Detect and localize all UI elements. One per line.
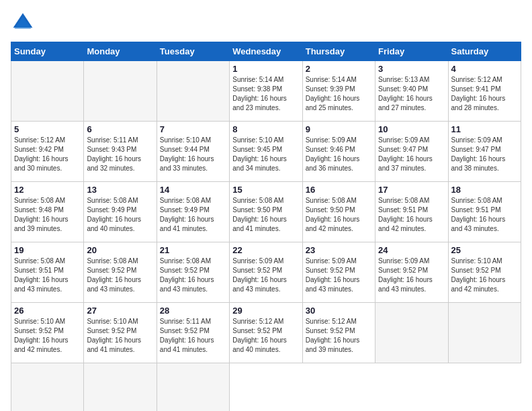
calendar-cell: 24 Sunrise: 5:09 AMSunset: 9:52 PMDaylig… <box>375 242 448 303</box>
calendar-cell <box>157 61 229 122</box>
day-number: 20 <box>87 245 153 255</box>
day-number: 18 <box>451 185 518 195</box>
calendar-cell: 12 Sunrise: 5:08 AMSunset: 9:48 PMDaylig… <box>11 182 84 242</box>
calendar-row: 19 Sunrise: 5:08 AMSunset: 9:51 PMDaylig… <box>11 242 521 303</box>
day-info: Sunrise: 5:11 AMSunset: 9:52 PMDaylight:… <box>160 318 214 353</box>
day-number: 26 <box>14 306 81 316</box>
day-info: Sunrise: 5:08 AMSunset: 9:51 PMDaylight:… <box>14 257 69 293</box>
calendar-cell <box>84 363 157 412</box>
calendar-row: 26 Sunrise: 5:10 AMSunset: 9:52 PMDaylig… <box>11 303 521 363</box>
calendar-body: 1 Sunrise: 5:14 AMSunset: 9:38 PMDayligh… <box>11 61 521 412</box>
day-info: Sunrise: 5:09 AMSunset: 9:52 PMDaylight:… <box>232 257 287 293</box>
day-number: 27 <box>87 306 153 316</box>
day-number: 1 <box>232 64 299 74</box>
day-info: Sunrise: 5:09 AMSunset: 9:47 PMDaylight:… <box>378 136 433 172</box>
day-number: 2 <box>306 64 372 74</box>
day-info: Sunrise: 5:08 AMSunset: 9:49 PMDaylight:… <box>87 197 141 232</box>
calendar-cell: 18 Sunrise: 5:08 AMSunset: 9:51 PMDaylig… <box>448 182 521 242</box>
calendar-cell: 15 Sunrise: 5:08 AMSunset: 9:50 PMDaylig… <box>230 182 302 242</box>
calendar-cell: 2 Sunrise: 5:14 AMSunset: 9:39 PMDayligh… <box>302 61 375 122</box>
day-info: Sunrise: 5:12 AMSunset: 9:42 PMDaylight:… <box>14 136 69 172</box>
calendar-cell: 10 Sunrise: 5:09 AMSunset: 9:47 PMDaylig… <box>375 122 448 182</box>
day-number: 19 <box>14 245 81 255</box>
day-info: Sunrise: 5:11 AMSunset: 9:43 PMDaylight:… <box>87 136 141 172</box>
day-number: 22 <box>232 245 299 255</box>
day-number: 30 <box>306 306 372 316</box>
calendar-cell: 20 Sunrise: 5:08 AMSunset: 9:52 PMDaylig… <box>84 242 157 303</box>
calendar-cell: 8 Sunrise: 5:10 AMSunset: 9:45 PMDayligh… <box>230 122 302 182</box>
calendar-cell: 21 Sunrise: 5:08 AMSunset: 9:52 PMDaylig… <box>157 242 229 303</box>
calendar-cell: 17 Sunrise: 5:08 AMSunset: 9:51 PMDaylig… <box>375 182 448 242</box>
day-info: Sunrise: 5:08 AMSunset: 9:49 PMDaylight:… <box>160 197 214 232</box>
day-number: 7 <box>160 124 226 134</box>
day-info: Sunrise: 5:14 AMSunset: 9:38 PMDaylight:… <box>232 76 287 111</box>
day-number: 8 <box>232 124 299 134</box>
day-number: 29 <box>232 306 299 316</box>
day-info: Sunrise: 5:14 AMSunset: 9:39 PMDaylight:… <box>306 76 360 111</box>
day-info: Sunrise: 5:12 AMSunset: 9:52 PMDaylight:… <box>306 318 360 353</box>
calendar-cell: 13 Sunrise: 5:08 AMSunset: 9:49 PMDaylig… <box>84 182 157 242</box>
weekday-header-row: SundayMondayTuesdayWednesdayThursdayFrid… <box>11 42 521 61</box>
calendar-row <box>11 363 521 412</box>
calendar-cell: 5 Sunrise: 5:12 AMSunset: 9:42 PMDayligh… <box>11 122 84 182</box>
day-info: Sunrise: 5:12 AMSunset: 9:41 PMDaylight:… <box>451 76 506 111</box>
calendar-cell: 19 Sunrise: 5:08 AMSunset: 9:51 PMDaylig… <box>11 242 84 303</box>
day-number: 24 <box>378 245 445 255</box>
day-info: Sunrise: 5:08 AMSunset: 9:50 PMDaylight:… <box>232 197 287 232</box>
logo <box>11 11 39 35</box>
calendar-cell: 26 Sunrise: 5:10 AMSunset: 9:52 PMDaylig… <box>11 303 84 363</box>
calendar-cell: 7 Sunrise: 5:10 AMSunset: 9:44 PMDayligh… <box>157 122 229 182</box>
calendar-row: 1 Sunrise: 5:14 AMSunset: 9:38 PMDayligh… <box>11 61 521 122</box>
calendar: SundayMondayTuesdayWednesdayThursdayFrid… <box>11 42 521 411</box>
day-number: 4 <box>451 64 518 74</box>
calendar-row: 5 Sunrise: 5:12 AMSunset: 9:42 PMDayligh… <box>11 122 521 182</box>
calendar-cell: 11 Sunrise: 5:09 AMSunset: 9:47 PMDaylig… <box>448 122 521 182</box>
day-info: Sunrise: 5:09 AMSunset: 9:46 PMDaylight:… <box>306 136 360 172</box>
calendar-cell <box>448 303 521 363</box>
day-number: 28 <box>160 306 226 316</box>
weekday-thursday: Thursday <box>302 42 375 61</box>
day-number: 13 <box>87 185 153 195</box>
calendar-cell <box>375 303 448 363</box>
day-info: Sunrise: 5:10 AMSunset: 9:52 PMDaylight:… <box>451 257 506 293</box>
weekday-friday: Friday <box>375 42 448 61</box>
weekday-saturday: Saturday <box>448 42 521 61</box>
day-number: 17 <box>378 185 445 195</box>
weekday-wednesday: Wednesday <box>230 42 302 61</box>
calendar-cell <box>11 61 84 122</box>
day-info: Sunrise: 5:08 AMSunset: 9:52 PMDaylight:… <box>160 257 214 293</box>
day-number: 9 <box>306 124 372 134</box>
calendar-cell: 9 Sunrise: 5:09 AMSunset: 9:46 PMDayligh… <box>302 122 375 182</box>
calendar-cell: 22 Sunrise: 5:09 AMSunset: 9:52 PMDaylig… <box>230 242 302 303</box>
day-number: 25 <box>451 245 518 255</box>
day-info: Sunrise: 5:08 AMSunset: 9:50 PMDaylight:… <box>306 197 360 232</box>
day-info: Sunrise: 5:08 AMSunset: 9:51 PMDaylight:… <box>378 197 433 232</box>
day-number: 12 <box>14 185 81 195</box>
weekday-tuesday: Tuesday <box>157 42 229 61</box>
calendar-cell <box>11 363 84 412</box>
day-number: 23 <box>306 245 372 255</box>
calendar-row: 12 Sunrise: 5:08 AMSunset: 9:48 PMDaylig… <box>11 182 521 242</box>
day-info: Sunrise: 5:08 AMSunset: 9:48 PMDaylight:… <box>14 197 69 232</box>
calendar-cell <box>84 61 157 122</box>
calendar-cell: 16 Sunrise: 5:08 AMSunset: 9:50 PMDaylig… <box>302 182 375 242</box>
calendar-cell <box>157 363 229 412</box>
day-number: 5 <box>14 124 81 134</box>
day-number: 6 <box>87 124 153 134</box>
calendar-cell: 3 Sunrise: 5:13 AMSunset: 9:40 PMDayligh… <box>375 61 448 122</box>
day-number: 10 <box>378 124 445 134</box>
calendar-cell: 25 Sunrise: 5:10 AMSunset: 9:52 PMDaylig… <box>448 242 521 303</box>
calendar-cell: 27 Sunrise: 5:10 AMSunset: 9:52 PMDaylig… <box>84 303 157 363</box>
day-info: Sunrise: 5:10 AMSunset: 9:45 PMDaylight:… <box>232 136 287 172</box>
day-info: Sunrise: 5:10 AMSunset: 9:52 PMDaylight:… <box>87 318 141 353</box>
day-info: Sunrise: 5:08 AMSunset: 9:52 PMDaylight:… <box>87 257 141 293</box>
day-info: Sunrise: 5:09 AMSunset: 9:52 PMDaylight:… <box>306 257 360 293</box>
day-info: Sunrise: 5:09 AMSunset: 9:47 PMDaylight:… <box>451 136 506 172</box>
calendar-cell: 30 Sunrise: 5:12 AMSunset: 9:52 PMDaylig… <box>302 303 375 363</box>
day-number: 11 <box>451 124 518 134</box>
day-info: Sunrise: 5:09 AMSunset: 9:52 PMDaylight:… <box>378 257 433 293</box>
day-number: 3 <box>378 64 445 74</box>
calendar-cell: 14 Sunrise: 5:08 AMSunset: 9:49 PMDaylig… <box>157 182 229 242</box>
weekday-sunday: Sunday <box>11 42 84 61</box>
calendar-cell: 29 Sunrise: 5:12 AMSunset: 9:52 PMDaylig… <box>230 303 302 363</box>
